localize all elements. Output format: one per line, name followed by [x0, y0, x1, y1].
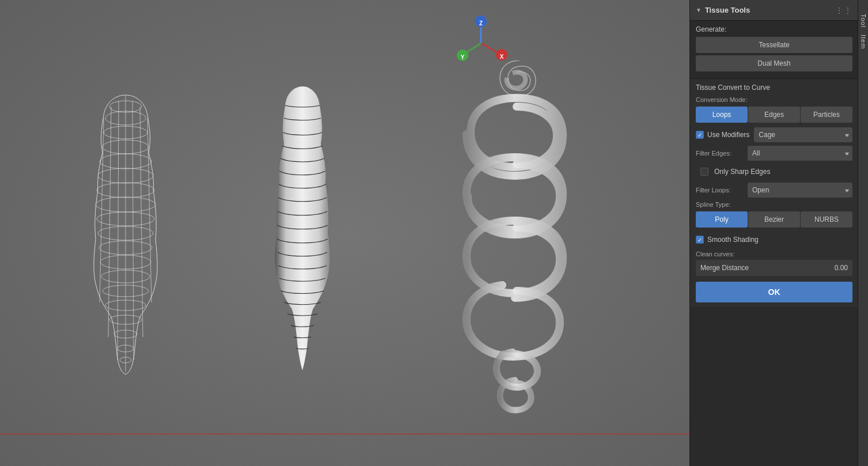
- only-sharp-edges-row: Only Sharp Edges: [696, 164, 852, 179]
- smooth-shading-row: Smooth Shading: [696, 232, 852, 247]
- conversion-tab-row: Loops Edges Particles: [696, 107, 852, 123]
- tab-edges[interactable]: Edges: [748, 107, 800, 123]
- cage-dropdown-arrow: ▾: [845, 132, 848, 138]
- merge-distance-row: Merge Distance 0.00: [696, 260, 852, 276]
- spline-type-tab-row: Poly Bezier NURBS: [696, 211, 852, 228]
- cage-value: Cage: [759, 131, 775, 139]
- filter-loops-arrow: ▾: [845, 187, 848, 194]
- tissue-tools-title: Tissue Tools: [705, 6, 750, 14]
- ok-button[interactable]: OK: [696, 282, 852, 302]
- generate-section: Generate: Tessellate Dual Mesh: [690, 21, 858, 78]
- generate-label: Generate:: [696, 25, 852, 33]
- use-modifiers-row: Use Modifiers Cage ▾: [696, 127, 852, 142]
- item-tab-label[interactable]: Item: [859, 32, 868, 51]
- objects-container: [46, 46, 622, 420]
- use-modifiers-checkbox[interactable]: [696, 131, 704, 139]
- smooth-shading-label: Smooth Shading: [707, 236, 759, 244]
- filter-edges-label: Filter Edges:: [696, 150, 748, 157]
- tool-tab-label[interactable]: Tool: [859, 12, 868, 30]
- filter-loops-value: Open: [752, 186, 769, 194]
- z-axis-label: Z: [479, 20, 483, 26]
- filter-edges-value: All: [752, 149, 760, 157]
- wireframe-svg: [79, 89, 172, 377]
- gizmo-svg: Z Y X: [452, 14, 510, 72]
- smooth-svg: [262, 84, 343, 383]
- panel-options-icon[interactable]: ⋮⋮: [835, 6, 852, 15]
- smooth-mesh: [262, 84, 377, 383]
- svg-line-24: [140, 107, 143, 337]
- panel-content: ▼ Tissue Tools ⋮⋮ Generate: Tessellate D…: [690, 0, 858, 466]
- svg-line-23: [132, 101, 134, 360]
- only-sharp-edges-label: Only Sharp Edges: [714, 168, 770, 176]
- right-panel: ▼ Tissue Tools ⋮⋮ Generate: Tessellate D…: [689, 0, 868, 466]
- filter-loops-dropdown[interactable]: Open ▾: [748, 183, 852, 198]
- svg-line-21: [117, 101, 119, 360]
- use-modifiers-label: Use Modifiers: [707, 131, 749, 139]
- smooth-shading-checkbox[interactable]: [696, 236, 704, 244]
- filter-edges-dropdown-wrapper: All ▾: [748, 146, 852, 161]
- convert-section: Tissue Convert to Curve Conversion Mode:…: [690, 79, 858, 307]
- merge-distance-value: 0.00: [835, 264, 848, 272]
- spline-tab-nurbs[interactable]: NURBS: [801, 211, 852, 228]
- red-line: [0, 434, 691, 434]
- filter-loops-row: Filter Loops: Open ▾: [696, 183, 852, 198]
- tab-loops[interactable]: Loops: [696, 107, 748, 123]
- tissue-title: ▼ Tissue Tools: [696, 6, 750, 14]
- filter-edges-arrow: ▾: [845, 150, 848, 157]
- only-sharp-edges-checkbox[interactable]: [700, 168, 708, 176]
- conversion-mode-label: Conversion Mode:: [696, 96, 852, 103]
- orientation-gizmo: Z Y X: [452, 14, 510, 72]
- filter-edges-dropdown[interactable]: All ▾: [748, 146, 852, 161]
- tool-tab-bar: Tool Item: [858, 0, 868, 466]
- dual-mesh-button[interactable]: Dual Mesh: [696, 55, 852, 71]
- spline-type-label: Spline Type:: [696, 201, 852, 208]
- cage-dropdown[interactable]: Cage ▾: [754, 127, 852, 142]
- filter-loops-label: Filter Loops:: [696, 187, 748, 194]
- wireframe-mesh: [79, 89, 195, 377]
- spiral-mesh: [445, 60, 589, 406]
- tab-particles[interactable]: Particles: [801, 107, 852, 123]
- collapse-triangle-icon: ▼: [696, 7, 702, 13]
- filter-loops-dropdown-wrapper: Open ▾: [748, 183, 852, 198]
- x-axis-label: X: [500, 54, 504, 60]
- filter-edges-row: Filter Edges: All ▾: [696, 146, 852, 161]
- spline-tab-poly[interactable]: Poly: [696, 211, 748, 228]
- clean-curves-label: Clean curves:: [696, 251, 852, 257]
- tissue-header: ▼ Tissue Tools ⋮⋮: [690, 0, 858, 21]
- svg-line-20: [108, 107, 111, 337]
- y-axis-label: Y: [461, 54, 465, 60]
- convert-title: Tissue Convert to Curve: [696, 84, 852, 92]
- tessellate-button[interactable]: Tessellate: [696, 37, 852, 53]
- merge-distance-container: Merge Distance 0.00: [696, 260, 852, 276]
- cage-dropdown-wrapper: Cage ▾: [754, 127, 852, 142]
- spiral-svg: [445, 60, 589, 423]
- spline-tab-bezier[interactable]: Bezier: [748, 211, 800, 228]
- merge-distance-label: Merge Distance: [700, 264, 835, 272]
